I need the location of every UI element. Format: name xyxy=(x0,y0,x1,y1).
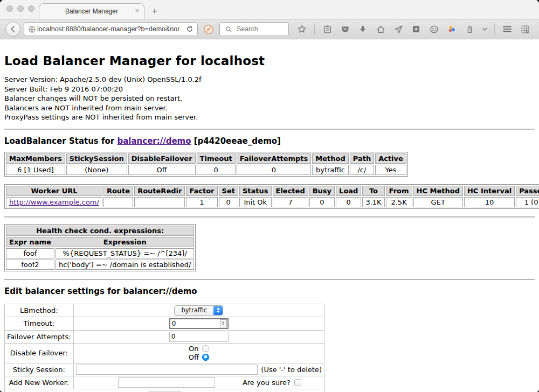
lbmethod-select[interactable]: bytraffic xyxy=(174,305,223,316)
are-you-sure-checkbox[interactable] xyxy=(294,379,301,386)
cell-route xyxy=(103,197,133,207)
form-row-timeout: Timeout: xyxy=(5,317,324,330)
toolbar-divider xyxy=(314,24,315,34)
cell-busy: 0 xyxy=(309,197,335,207)
toolbar-icons xyxy=(296,24,534,34)
nav-toolbar xyxy=(0,19,539,39)
cell-to: 3.1K xyxy=(362,197,384,207)
close-window-button[interactable] xyxy=(6,5,13,12)
col-disablefailover: DisableFailover xyxy=(128,153,196,164)
col-from: From xyxy=(386,186,412,196)
col-routeredir: RouteRedir xyxy=(134,186,185,196)
urlbar-divider xyxy=(182,24,182,34)
lbmethod-label: LBmethod: xyxy=(5,304,74,317)
col-elected: Elected xyxy=(273,186,308,196)
url-input[interactable] xyxy=(37,25,179,33)
cell-method: bytraffic xyxy=(312,165,348,175)
radio-on-label: On xyxy=(189,345,198,353)
feedback-smiley-icon[interactable] xyxy=(429,24,439,34)
lbmethod-selected-value: bytraffic xyxy=(175,306,213,314)
server-version-line: Server Version: Apache/2.5.0-dev (Unix) … xyxy=(4,75,535,85)
col-path: Path xyxy=(350,153,374,164)
cell-worker-url: http://www.example.com/ xyxy=(6,197,102,207)
cell-status: Init Ok xyxy=(239,197,272,207)
server-built-line: Server Built: Feb 9 2016 07:00:20 xyxy=(4,85,535,94)
tab-balancer-manager[interactable]: Balancer Manager × xyxy=(39,3,144,19)
globe-icon xyxy=(26,24,37,34)
table-title-row: Health check cond. expressions: xyxy=(6,226,194,236)
edit-balancer-heading: Edit balancer settings for balancer://de… xyxy=(4,286,535,296)
proxypass-notice-line: ProxyPass settings are NOT inherited fro… xyxy=(4,113,535,122)
are-you-sure-label: Are you sure? xyxy=(243,379,291,387)
menu-hamburger-icon[interactable] xyxy=(502,24,513,34)
col-active: Active xyxy=(375,153,406,164)
cell-expr-name: foof xyxy=(6,248,54,258)
section-divider xyxy=(4,129,535,130)
failover-attempts-label: Failover Attempts: xyxy=(5,330,74,343)
section-divider xyxy=(4,216,535,218)
send-to-device-icon[interactable] xyxy=(393,24,404,34)
disable-failover-on-radio[interactable] xyxy=(202,345,209,352)
col-to: To xyxy=(362,186,384,196)
col-hc-interval: HC Interval xyxy=(464,186,515,196)
loadbalancer-status-heading: LoadBalancer Status for balancer://demo … xyxy=(4,136,535,146)
col-factor: Factor xyxy=(186,186,217,196)
cell-elected: 7 xyxy=(273,197,308,207)
table-row: foof2 hc('body') =~ /domain is establish… xyxy=(6,260,194,270)
overflow-caret-icon[interactable] xyxy=(482,24,487,34)
disable-failover-label: Disable Failover: xyxy=(5,343,74,363)
save-page-icon[interactable] xyxy=(411,24,421,34)
balancer-status-table: MaxMembers StickySession DisableFailover… xyxy=(4,152,408,177)
back-button[interactable] xyxy=(5,22,20,37)
add-new-worker-label: Add New Worker: xyxy=(5,376,74,389)
form-row-failover-attempts: Failover Attempts: xyxy=(5,330,324,343)
tab-grid-extension-icon[interactable] xyxy=(520,24,530,34)
section-divider xyxy=(4,279,535,280)
downloads-icon[interactable] xyxy=(357,24,368,34)
form-row-disable-failover: Disable Failover: On Off xyxy=(5,343,324,363)
add-worker-input[interactable] xyxy=(118,377,215,388)
battery-extension-icon[interactable] xyxy=(464,24,475,34)
persist-notice-line: Balancer changes will NOT be persisted o… xyxy=(4,94,535,103)
cell-from: 2.5K xyxy=(386,197,412,207)
toolbar-divider xyxy=(494,24,495,34)
cell-load: 0 xyxy=(336,197,361,207)
home-icon[interactable] xyxy=(375,24,386,34)
col-load: Load xyxy=(336,186,361,196)
worker-url-link[interactable]: http://www.example.com/ xyxy=(9,198,99,206)
cell-stickysession: (None) xyxy=(66,165,127,175)
table-row: http://www.example.com/ 1 0 Init Ok 7 0 … xyxy=(6,197,539,207)
cell-expression: %{REQUEST_STATUS} =~ /^[234]/ xyxy=(56,248,195,258)
browser-window: Balancer Manager × + xyxy=(0,0,539,392)
cell-hc-method: GET xyxy=(413,197,463,207)
col-failoverattempts: FailoverAttempts xyxy=(237,153,312,164)
reload-icon[interactable] xyxy=(184,24,195,34)
cell-routeredir xyxy=(134,197,185,207)
search-icon xyxy=(223,24,234,34)
urlbar[interactable] xyxy=(24,22,198,36)
minimize-window-button[interactable] xyxy=(17,5,24,12)
edit-balancer-form: LBmethod: bytraffic Timeout: xyxy=(4,304,324,392)
tab-close-icon[interactable]: × xyxy=(135,7,139,14)
bookmark-star-icon[interactable] xyxy=(296,24,307,34)
zoom-window-button[interactable] xyxy=(28,5,34,12)
search-bar[interactable] xyxy=(219,22,289,36)
colored-dots-extension-icon[interactable] xyxy=(446,24,457,34)
form-row-add-worker: Add New Worker: Are you sure? xyxy=(5,376,324,389)
col-set: Set xyxy=(219,186,238,196)
cell-timeout: 0 xyxy=(197,165,236,175)
sticky-session-input[interactable] xyxy=(76,365,258,375)
col-hc-method: HC Method xyxy=(413,186,463,196)
new-tab-button[interactable]: + xyxy=(152,6,157,17)
bookmarks-clipboard-icon[interactable] xyxy=(322,24,333,34)
search-input[interactable] xyxy=(237,25,285,33)
disable-failover-off-radio[interactable] xyxy=(202,354,209,361)
pocket-icon[interactable] xyxy=(340,24,350,34)
col-maxmembers: MaxMembers xyxy=(6,153,65,164)
failover-attempts-input[interactable] xyxy=(169,332,229,342)
plugin-blocked-icon[interactable] xyxy=(203,24,214,34)
balancer-demo-link[interactable]: balancer://demo xyxy=(117,136,191,146)
cell-factor: 1 xyxy=(186,197,217,207)
col-timeout: Timeout xyxy=(197,153,236,164)
number-spinner-icon[interactable] xyxy=(220,319,227,327)
